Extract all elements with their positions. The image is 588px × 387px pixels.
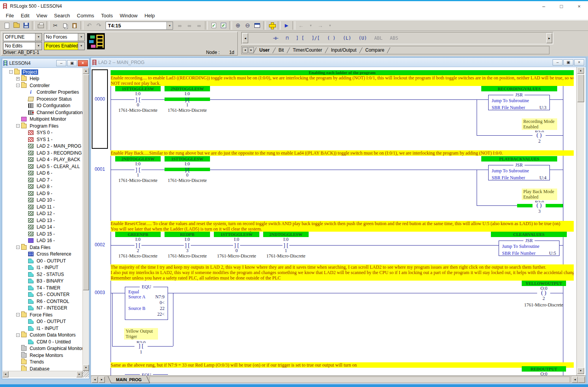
tree-item[interactable]: O0 - OUTPUT [2, 318, 82, 325]
tree-item[interactable]: Channel Configuration [2, 109, 82, 116]
contact-icon[interactable]: ] [ [282, 242, 289, 248]
save-icon[interactable] [21, 21, 31, 30]
scroll-left-icon[interactable]: ◂ [242, 33, 248, 43]
tree-item[interactable]: IO Configuration [2, 103, 82, 109]
contact-instruction[interactable]: 1STTOGGLESW I:0 ]/[ 0 1761-Micro-Discret… [163, 156, 212, 183]
properties-window-icon[interactable] [252, 21, 262, 30]
scrollbar-thumb[interactable] [83, 74, 89, 290]
chevron-down-icon[interactable]: ▾ [166, 22, 173, 29]
scroll-down-icon[interactable]: ▾ [577, 368, 584, 374]
tree-item[interactable]: Trends [2, 359, 82, 366]
cut-icon[interactable]: ✂ [50, 21, 60, 30]
menu-item[interactable]: Tools [97, 13, 116, 19]
verify-project-icon[interactable]: ✓ [218, 21, 228, 30]
minimize-icon[interactable]: – [553, 59, 563, 66]
jsr-instruction[interactable]: JSR Jump To Subroutine SBR File NumberU:… [499, 241, 559, 256]
jsr-instruction[interactable]: JSR Jump To Subroutine SBR File NumberU:… [488, 95, 550, 110]
mode-combo[interactable]: OFFLINE ▾ [3, 33, 42, 41]
palette-tab[interactable]: User [255, 47, 274, 53]
tree-item[interactable]: - Controller [2, 82, 82, 89]
forces-combo[interactable]: No Forces ▾ [44, 33, 85, 41]
contact-instruction[interactable]: 2NDTOGGLESW I:0 ] [ 1 1761-Micro-Discret… [113, 156, 163, 183]
chevron-down-icon[interactable]: ▾ [35, 42, 42, 50]
minimize-icon[interactable]: – [535, 2, 553, 11]
palette-tab[interactable]: Bit [274, 47, 288, 53]
tree-item[interactable]: S2 - STATUS [2, 271, 82, 278]
contact-icon[interactable]: ]/[ [184, 167, 191, 173]
tabs-scroll-left-icon[interactable]: ◂ [242, 47, 248, 53]
close-icon[interactable]: × [570, 2, 588, 11]
xic-contact-icon[interactable]: ] [ [296, 35, 304, 41]
redo-icon[interactable]: ↷ [94, 21, 104, 30]
scroll-up-icon[interactable]: ▴ [83, 68, 89, 74]
menu-item[interactable]: File [2, 13, 17, 19]
tree-item[interactable]: O0 - OUTPUT [2, 257, 82, 264]
scroll-down-icon[interactable]: ▾ [83, 365, 89, 371]
tree-item[interactable]: LAD 16 - [2, 237, 82, 244]
ladder-window-titlebar[interactable]: LAD 2 -- MAIN_PROG – ▣ × [91, 58, 586, 67]
tree-item[interactable]: N7 - INTEGER [2, 305, 82, 312]
zoom-in-icon[interactable]: ⊕ [233, 21, 243, 30]
contact-instruction[interactable]: REDPB I:0 ] [ 3 1761-Micro-Discrete [163, 232, 212, 259]
contact-instruction[interactable]: 1STTOGGLESW I:0 ] [ 0 1761-Micro-Discret… [113, 86, 163, 113]
nav-back-icon[interactable]: ← [296, 21, 306, 30]
edits-combo[interactable]: No Edits ▾ [3, 42, 42, 50]
close-icon[interactable]: × [78, 60, 88, 66]
menu-item[interactable]: View [33, 13, 50, 19]
nav-back-drop-icon[interactable]: ▾ [306, 21, 316, 30]
tree-horizontal-scrollbar[interactable]: ◂ ▸ [2, 371, 89, 377]
menu-item[interactable]: Comms [74, 13, 98, 19]
find-prev-icon[interactable]: ∞ [185, 21, 194, 30]
tree-item[interactable]: - Force Files [2, 311, 82, 318]
tree-item[interactable]: I1 - INPUT [2, 264, 82, 271]
resize-grip[interactable] [82, 371, 89, 377]
scroll-right-icon[interactable]: ▸ [546, 33, 552, 43]
tree-item[interactable]: Controller Properties [2, 89, 82, 96]
tree-item[interactable]: LAD 9 - [2, 190, 82, 197]
palette-tab[interactable]: Timer/Counter [289, 47, 326, 53]
tree-item[interactable]: - Project [2, 69, 82, 76]
tree-item[interactable]: SYS 1 - [2, 136, 82, 143]
tree-item[interactable]: + Help [2, 76, 82, 82]
coil-icon[interactable]: ( ) [533, 132, 546, 138]
tab-scroll-right-icon[interactable]: ▸ [99, 377, 105, 383]
rung-number[interactable]: 0001 [91, 167, 109, 172]
tree-item[interactable]: LAD 6 - [2, 170, 82, 177]
zoom-out-icon[interactable]: ⊖ [243, 21, 252, 30]
tree-item[interactable]: T4 - TIMER [2, 284, 82, 291]
tree-item[interactable]: LAD 15 - [2, 231, 82, 237]
open-file-icon[interactable] [12, 21, 21, 30]
menu-item[interactable]: Window [116, 13, 141, 19]
program-tab[interactable]: MAIN_PROG [108, 376, 150, 383]
menu-item[interactable]: Search [50, 13, 73, 19]
ote-coil-icon[interactable]: ( ) [327, 35, 336, 41]
tree-vertical-scrollbar[interactable]: ▴ ▾ [82, 68, 89, 371]
jsr-instruction[interactable]: JSR Jump To Subroutine SBR File NumberU:… [488, 165, 550, 180]
tree-item[interactable]: LAD 12 - [2, 210, 82, 217]
find-next-icon[interactable]: ∞ [175, 21, 185, 30]
menu-item[interactable]: Edit [17, 13, 33, 19]
close-icon[interactable]: × [574, 59, 584, 66]
tree-item[interactable]: Processor Status [2, 96, 82, 103]
scroll-right-icon[interactable]: ▸ [76, 371, 82, 377]
rung-number[interactable]: 0002 [91, 242, 109, 247]
scrollbar-thumb[interactable] [578, 377, 585, 383]
rung-number[interactable]: 0000 [91, 96, 109, 102]
tree-expander[interactable]: - [16, 333, 20, 337]
run-icon[interactable]: ▶ [282, 21, 291, 30]
tree-expander[interactable]: + [16, 77, 20, 81]
contact-instruction[interactable]: 2NDTOGGLESW I:0 ]/[ 1 1761-Micro-Discret… [163, 86, 212, 113]
scrollbar-track[interactable] [8, 371, 76, 377]
find-replace-icon[interactable]: ∞ [194, 21, 204, 30]
tree-item[interactable]: Cross Reference [2, 251, 82, 258]
tree-item[interactable]: LAD 7 - [2, 177, 82, 183]
forces-state-combo[interactable]: Forces Enabled ▾ [44, 42, 85, 50]
contact-icon[interactable]: ] [ [233, 242, 240, 248]
tree-item[interactable]: Database [2, 365, 82, 371]
tree-item[interactable]: LAD 10 - [2, 197, 82, 204]
nav-forward-icon[interactable]: → [316, 21, 325, 30]
contact-icon[interactable]: ] [ [134, 343, 148, 349]
contact-icon[interactable]: ]/[ [184, 97, 191, 103]
ladder-vertical-scrollbar[interactable]: ▴ ▾ [576, 67, 584, 375]
paste-icon[interactable] [70, 21, 79, 30]
